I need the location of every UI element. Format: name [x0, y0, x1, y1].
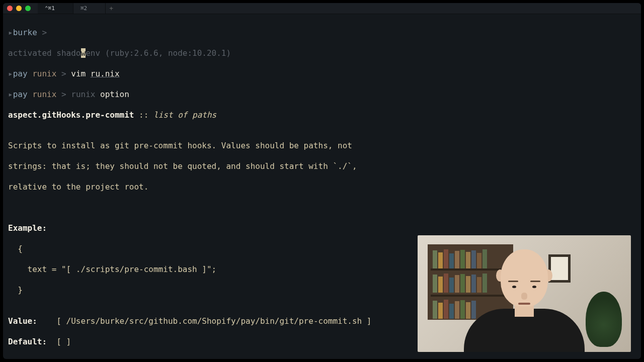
- close-icon[interactable]: [7, 6, 13, 11]
- option-type: list of paths: [153, 110, 216, 120]
- option-name: aspect.gitHooks.pre-commit: [8, 110, 134, 120]
- value: [ /Users/burke/src/github.com/Shopify/pa…: [52, 316, 372, 326]
- plant: [586, 292, 622, 347]
- prompt-sep: >: [56, 89, 71, 99]
- prompt-context: pay: [13, 89, 28, 99]
- terminal-window: ⌃⌘1 ⌘2 + ▸burke > activated shadowenv (r…: [3, 3, 641, 359]
- prompt-dir: runix: [28, 89, 57, 99]
- prompt-sep: >: [37, 28, 47, 37]
- prompt-marker: ▸: [8, 28, 13, 37]
- cmd-line-runix: ▸pay runix > runix option: [8, 89, 636, 100]
- tab-2[interactable]: ⌘2: [73, 3, 106, 14]
- prompt-marker: ▸: [8, 69, 13, 78]
- prompt-context: pay: [13, 69, 28, 78]
- text: env (ruby:2.6.6, node:10.20.1): [86, 48, 231, 58]
- webcam-overlay: [418, 235, 631, 352]
- window-controls: [7, 6, 31, 11]
- titlebar: ⌃⌘1 ⌘2 +: [3, 3, 641, 14]
- prompt-sep: >: [56, 69, 71, 78]
- minimize-icon[interactable]: [16, 6, 22, 11]
- default-value: [ ]: [52, 337, 71, 346]
- prompt-context: burke: [13, 28, 37, 37]
- prompt-dir: runix: [28, 69, 57, 78]
- zoom-icon[interactable]: [25, 6, 31, 11]
- default-label: Default:: [8, 337, 52, 346]
- prompt-line: ▸burke >: [8, 28, 636, 38]
- cmd: runix: [71, 89, 95, 99]
- example-heading: Example:: [8, 223, 636, 234]
- cmd-arg: option: [95, 89, 129, 99]
- cmd: vim: [71, 69, 91, 78]
- cmd-line-vim: ▸pay runix > vim ru.nix: [8, 69, 636, 79]
- presenter-head: [501, 249, 548, 307]
- sep: ::: [134, 110, 153, 120]
- value-label: Value:: [8, 316, 52, 326]
- option-title: aspect.gitHooks.pre-commit :: list of pa…: [8, 110, 636, 121]
- prompt-marker: ▸: [8, 89, 13, 99]
- text: w: [81, 48, 86, 58]
- shadowenv-line: activated shadowenv (ruby:2.6.6, node:10…: [8, 48, 636, 59]
- cmd-arg: ru.nix: [91, 69, 120, 78]
- text: activated shado: [8, 48, 81, 58]
- new-tab-button[interactable]: +: [106, 3, 117, 14]
- option-desc: Scripts to install as git pre-commit hoo…: [8, 141, 636, 151]
- option-desc: relative to the project root.: [8, 182, 636, 193]
- tab-bar: ⌃⌘1 ⌘2 +: [38, 3, 117, 14]
- tab-1[interactable]: ⌃⌘1: [38, 3, 73, 14]
- option-desc: strings: that is; they should not be quo…: [8, 161, 636, 172]
